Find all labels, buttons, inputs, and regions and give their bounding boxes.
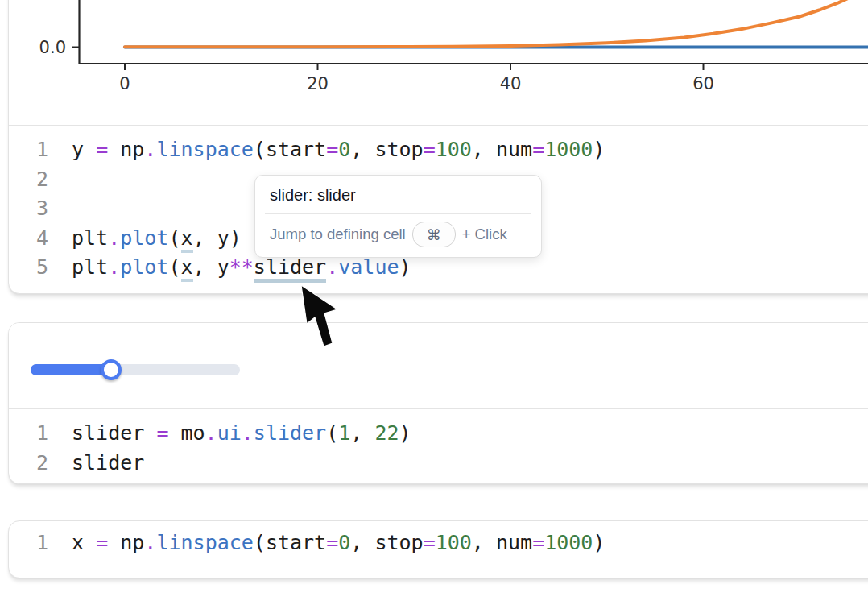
- linked-variable: x: [181, 226, 193, 253]
- cell-card-slider: 1slider = mo.ui.slider(1, 22)2slider: [8, 322, 868, 484]
- tooltip-hint-text: Jump to defining cell: [270, 226, 406, 243]
- line-number: 1: [15, 135, 60, 165]
- slider-track[interactable]: [31, 364, 240, 375]
- code-line-text[interactable]: [60, 194, 84, 224]
- code-editor[interactable]: 1slider = mo.ui.slider(1, 22)2slider: [9, 408, 868, 484]
- y-tick-label: 0.0: [39, 38, 66, 57]
- tooltip-hint: Jump to defining cell ⌘ + Click: [255, 214, 541, 257]
- cell-card-x: 1x = np.linspace(start=0, stop=100, num=…: [8, 520, 868, 578]
- code-line-text[interactable]: y = np.linspace(start=0, stop=100, num=1…: [60, 135, 605, 165]
- line-number: 1: [15, 419, 60, 449]
- line-number: 2: [15, 449, 60, 479]
- matplotlib-chart: 02040600.0: [9, 0, 868, 125]
- slider-output: [9, 323, 868, 408]
- x-tick-label: 60: [692, 74, 714, 93]
- x-tick-label: 40: [500, 74, 522, 93]
- linked-variable: x: [181, 255, 193, 282]
- tooltip-hint-suffix: + Click: [462, 226, 507, 243]
- code-line[interactable]: 1x = np.linspace(start=0, stop=100, num=…: [15, 528, 868, 558]
- plot-output: 02040600.0: [9, 0, 868, 125]
- x-tick-label: 0: [119, 74, 130, 93]
- x-tick-label: 20: [307, 74, 329, 93]
- code-line[interactable]: 1y = np.linspace(start=0, stop=100, num=…: [15, 135, 868, 165]
- code-line[interactable]: 2slider: [15, 449, 868, 479]
- line-number: 1: [15, 528, 60, 558]
- tooltip-title: slider: slider: [255, 176, 541, 213]
- code-line-text[interactable]: slider: [60, 449, 144, 479]
- hovered-variable: slider: [254, 255, 326, 283]
- code-line-text[interactable]: [60, 165, 84, 195]
- code-line-text[interactable]: plt.plot(x, y): [60, 224, 242, 254]
- cmd-key-icon: ⌘: [412, 222, 456, 247]
- line-number: 2: [15, 165, 60, 195]
- line-number: 4: [15, 224, 60, 254]
- code-line[interactable]: 1slider = mo.ui.slider(1, 22): [15, 419, 868, 449]
- slider-thumb[interactable]: [101, 359, 122, 380]
- code-editor[interactable]: 1x = np.linspace(start=0, stop=100, num=…: [9, 521, 868, 566]
- code-line-text[interactable]: slider = mo.ui.slider(1, 22): [60, 419, 411, 449]
- code-line-text[interactable]: x = np.linspace(start=0, stop=100, num=1…: [60, 528, 605, 558]
- variable-tooltip: slider: slider Jump to defining cell ⌘ +…: [254, 175, 542, 258]
- notebook: { "app": {"name": "marimo notebook"}, "c…: [0, 0, 868, 601]
- line-number: 3: [15, 194, 60, 224]
- line-number: 5: [15, 253, 60, 283]
- series-line-1: [125, 0, 853, 47]
